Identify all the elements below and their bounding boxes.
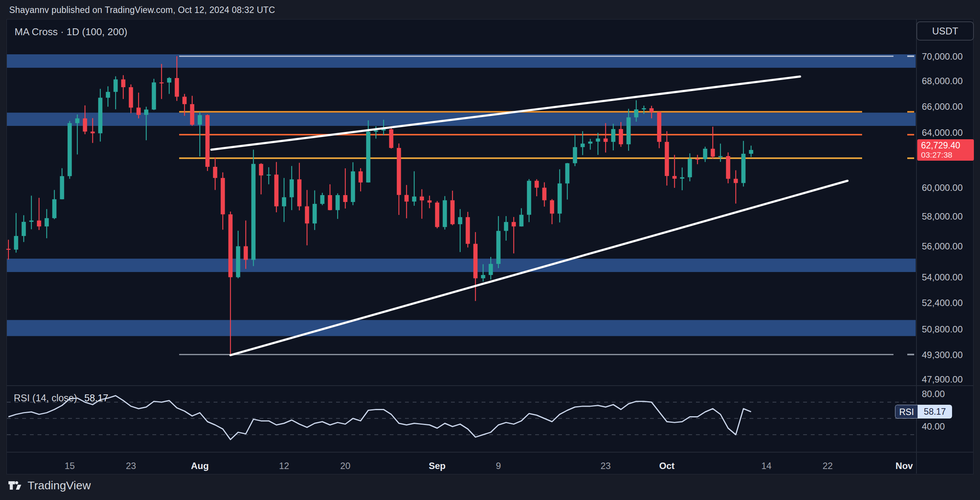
bar-countdown: 03:27:38	[921, 150, 974, 159]
price-axis-label: 56,000.00	[922, 241, 963, 252]
price-axis-label: 58,000.00	[922, 211, 963, 222]
rsi-value-badge: RSI 58.17	[895, 405, 952, 419]
rsi-axis-label: 40.00	[922, 421, 945, 432]
last-price-value: 62,729.40	[921, 141, 974, 150]
chart-panel[interactable]	[7, 19, 973, 474]
attribution-text: Shayannv published on TradingView.com, O…	[9, 5, 275, 15]
price-axis-label: 66,000.00	[922, 101, 963, 112]
time-axis-label: 20	[340, 461, 351, 471]
tradingview-brand-text: TradingView	[28, 479, 91, 492]
time-axis-label: Aug	[191, 461, 209, 471]
time-axis-label: Sep	[429, 461, 446, 471]
time-axis-label: 15	[65, 461, 75, 471]
time-axis-label: 9	[496, 461, 501, 471]
indicator-legend[interactable]: MA Cross · 1D (100, 200)	[15, 26, 127, 38]
price-axis-label: 70,000.00	[922, 51, 963, 62]
time-axis-label: Oct	[659, 461, 675, 471]
currency-toggle-button[interactable]: USDT	[916, 21, 974, 41]
price-axis-label: 47,900.00	[922, 374, 963, 385]
tradingview-logo-icon	[8, 479, 23, 492]
price-axis-label: 68,000.00	[922, 76, 963, 86]
rsi-legend[interactable]: RSI (14, close) 58.17	[14, 393, 108, 404]
price-axis-label: 54,000.00	[922, 272, 963, 283]
last-price-badge: 62,729.40 03:27:38	[917, 139, 974, 161]
price-axis-label: 49,300.00	[922, 350, 963, 360]
price-axis-label: 64,000.00	[922, 127, 963, 138]
time-axis-label: 22	[823, 461, 833, 471]
time-axis-label: 14	[761, 461, 772, 471]
time-axis-label: Nov	[895, 461, 913, 471]
price-axis-label: 50,800.00	[922, 324, 963, 335]
price-axis-label: 52,400.00	[922, 298, 963, 308]
rsi-axis-label: 80.00	[922, 389, 945, 399]
time-axis-label: 12	[279, 461, 289, 471]
rsi-legend-title: RSI (14, close)	[14, 393, 77, 403]
footer-brand[interactable]: TradingView	[8, 479, 91, 492]
time-axis-label: 23	[126, 461, 136, 471]
price-axis-label: 60,000.00	[922, 182, 963, 193]
rsi-legend-value: 58.17	[84, 393, 108, 403]
time-axis-label: 23	[601, 461, 611, 471]
rsi-badge-label: RSI	[895, 405, 918, 419]
rsi-badge-value: 58.17	[918, 405, 952, 419]
attribution-bar: Shayannv published on TradingView.com, O…	[0, 0, 980, 19]
